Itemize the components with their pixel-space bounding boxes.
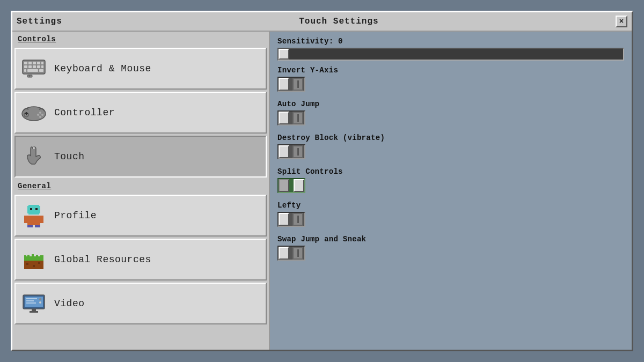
keyboard-mouse-label: Keyboard & Mouse: [54, 63, 151, 74]
svg-rect-41: [36, 255, 38, 257]
auto-jump-label: Auto Jump: [277, 100, 624, 108]
svg-rect-35: [35, 225, 40, 227]
destroy-block-setting: Destroy Block (vibrate): [277, 134, 624, 162]
invert-y-label: Invert Y-Axis: [277, 66, 624, 75]
sidebar-item-touch[interactable]: Touch: [14, 136, 267, 178]
sidebar-item-controller[interactable]: Controller: [14, 92, 267, 134]
svg-rect-50: [26, 302, 36, 304]
destroy-block-thumb: [279, 145, 289, 158]
destroy-block-label: Destroy Block (vibrate): [277, 134, 624, 142]
svg-rect-43: [26, 263, 28, 265]
svg-rect-10: [41, 65, 43, 68]
svg-rect-51: [32, 309, 36, 311]
invert-y-thumb: [279, 78, 289, 91]
destroy-block-toggle[interactable]: [277, 144, 305, 159]
video-icon: [21, 291, 47, 316]
svg-point-24: [39, 116, 41, 118]
svg-rect-52: [30, 311, 38, 313]
invert-y-toggle[interactable]: [277, 77, 305, 92]
sidebar-item-video[interactable]: Video: [14, 283, 267, 324]
auto-jump-setting: Auto Jump: [277, 100, 624, 128]
title-bar: Settings Touch Settings ×: [12, 12, 632, 32]
resources-icon: [21, 247, 47, 272]
main-content: Controls: [12, 32, 632, 350]
video-label: Video: [54, 298, 85, 309]
keyboard-mouse-icon: [21, 56, 47, 82]
svg-rect-5: [41, 62, 43, 64]
lefty-label: Lefty: [277, 201, 624, 210]
split-controls-thumb-left: [279, 179, 289, 192]
svg-point-21: [39, 112, 41, 114]
svg-rect-11: [24, 69, 26, 72]
invert-y-setting: Invert Y-Axis: [277, 66, 624, 94]
lefty-setting: Lefty: [277, 201, 624, 230]
swap-jump-label: Swap Jump and Sneak: [277, 235, 624, 243]
swap-jump-indicator: [292, 247, 303, 260]
svg-rect-12: [27, 69, 38, 72]
sidebar-item-profile[interactable]: Profile: [14, 195, 267, 237]
controller-label: Controller: [54, 107, 115, 118]
swap-jump-thumb: [279, 247, 289, 260]
close-button[interactable]: ×: [616, 16, 627, 27]
svg-rect-9: [37, 65, 40, 68]
svg-point-23: [41, 114, 43, 116]
auto-jump-thumb: [279, 112, 289, 124]
destroy-block-indicator: [292, 145, 303, 158]
general-section-header: General: [12, 179, 269, 194]
svg-rect-33: [39, 216, 43, 223]
touch-icon: [21, 144, 47, 169]
svg-rect-40: [32, 254, 34, 256]
svg-rect-27: [27, 206, 30, 213]
svg-rect-45: [38, 262, 40, 264]
global-resources-label: Global Resources: [54, 254, 151, 265]
swap-jump-setting: Swap Jump and Sneak: [277, 235, 624, 263]
controller-icon: [21, 100, 47, 125]
svg-rect-1: [24, 62, 27, 64]
svg-point-22: [37, 114, 39, 116]
svg-point-53: [39, 301, 41, 304]
sidebar-item-keyboard-mouse[interactable]: Keyboard & Mouse: [14, 48, 267, 90]
svg-rect-48: [26, 298, 37, 299]
sidebar-item-global-resources[interactable]: Global Resources: [14, 239, 267, 280]
right-panel: Sensitivity: 0 Invert Y-Axis Auto Jump: [270, 32, 632, 350]
lefty-indicator: [292, 213, 303, 226]
split-controls-thumb-right: [294, 179, 304, 192]
svg-rect-34: [27, 225, 33, 227]
split-controls-setting: Split Controls: [277, 167, 624, 196]
lefty-thumb: [279, 213, 289, 226]
profile-label: Profile: [54, 210, 97, 221]
svg-rect-13: [39, 69, 43, 72]
svg-rect-7: [28, 65, 32, 68]
svg-rect-6: [24, 65, 27, 68]
svg-rect-29: [30, 208, 32, 210]
svg-rect-42: [40, 255, 43, 257]
svg-rect-28: [38, 206, 40, 213]
svg-point-54: [39, 298, 41, 300]
svg-rect-39: [27, 255, 30, 257]
svg-rect-30: [35, 208, 38, 210]
split-controls-toggle[interactable]: [277, 178, 305, 193]
svg-rect-2: [28, 62, 32, 64]
svg-rect-38: [24, 255, 26, 257]
lefty-toggle[interactable]: [277, 212, 305, 227]
sensitivity-label: Sensitivity: 0: [277, 37, 624, 46]
svg-rect-32: [24, 216, 28, 223]
svg-rect-4: [37, 62, 40, 64]
invert-y-indicator: [292, 78, 303, 91]
sidebar: Controls: [12, 32, 270, 350]
swap-jump-toggle[interactable]: [277, 246, 305, 261]
svg-rect-31: [27, 216, 40, 225]
svg-rect-20: [26, 112, 27, 115]
auto-jump-toggle[interactable]: [277, 110, 305, 125]
settings-window: Settings Touch Settings × Controls: [11, 11, 633, 351]
controls-section-header: Controls: [12, 32, 269, 47]
svg-rect-3: [33, 62, 36, 64]
panel-title: Touch Settings: [299, 17, 378, 26]
sensitivity-setting: Sensitivity: 0: [277, 37, 624, 61]
sensitivity-slider[interactable]: [277, 48, 624, 61]
svg-rect-8: [33, 65, 36, 68]
svg-point-25: [33, 147, 35, 149]
svg-rect-49: [26, 300, 34, 301]
window-title: Settings: [17, 17, 62, 26]
touch-label: Touch: [54, 151, 85, 162]
